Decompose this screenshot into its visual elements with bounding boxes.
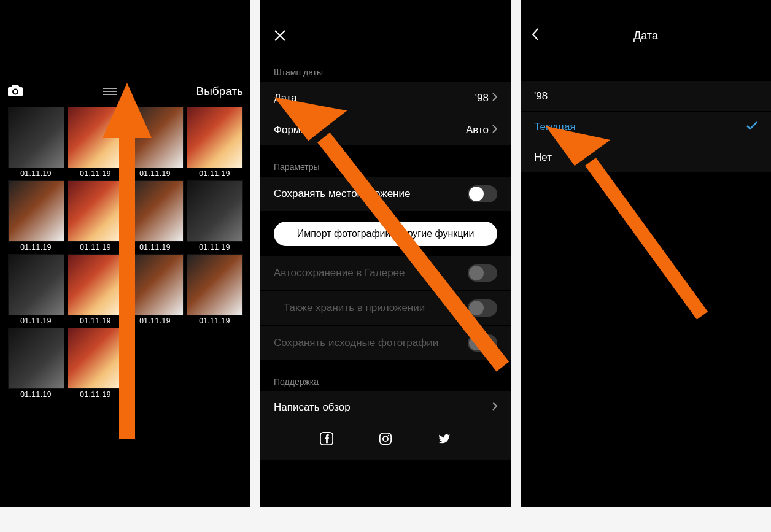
close-icon[interactable]	[274, 29, 286, 44]
photo-date-label: 01.11.19	[80, 390, 111, 399]
row-also-store-label: Также хранить в приложении	[284, 302, 425, 314]
toggle-save-location[interactable]	[468, 185, 497, 202]
section-title-support: Поддержка	[260, 377, 511, 391]
photo-date-label: 01.11.19	[199, 317, 230, 325]
photo-date-label: 01.11.19	[80, 169, 111, 178]
photo-date-label: 01.11.19	[80, 317, 111, 325]
photo-thumb[interactable]: 01.11.19	[186, 254, 243, 325]
facebook-icon[interactable]	[320, 432, 333, 448]
photo-thumb[interactable]: 01.11.19	[7, 328, 64, 399]
photo-thumb[interactable]: 01.11.19	[67, 254, 124, 325]
toggle-autosave[interactable]	[468, 264, 497, 282]
photo-date-label: 01.11.19	[199, 169, 230, 178]
svg-point-3	[388, 435, 389, 436]
row-date-value: '98	[475, 92, 489, 104]
photo-date-label: 01.11.19	[20, 169, 52, 178]
select-button[interactable]: Выбрать	[196, 85, 243, 98]
back-icon[interactable]	[532, 28, 539, 43]
photo-date-label: 01.11.19	[199, 243, 230, 252]
row-save-originals-label: Сохранять исходные фотографии	[274, 337, 438, 349]
photo-thumb[interactable]: 01.11.19	[7, 180, 64, 252]
chevron-right-icon	[492, 401, 497, 414]
photo-date-label: 01.11.19	[139, 317, 171, 325]
option-none-label: Нет	[534, 152, 552, 164]
photo-thumb[interactable]: 01.11.19	[67, 328, 124, 399]
check-icon	[746, 121, 757, 133]
photo-date-label: 01.11.19	[139, 243, 171, 252]
date-title: Дата	[633, 29, 658, 42]
option-98-label: '98	[534, 90, 548, 102]
photo-date-label: 01.11.19	[20, 317, 52, 325]
chevron-right-icon	[492, 124, 497, 136]
row-write-review-label: Написать обзор	[274, 401, 351, 414]
camera-icon[interactable]	[7, 83, 23, 99]
svg-rect-1	[380, 433, 391, 444]
photo-thumb[interactable]: 01.11.19	[186, 107, 243, 178]
photo-thumb[interactable]: 01.11.19	[67, 180, 124, 252]
photo-date-label: 01.11.19	[139, 169, 171, 178]
tutorial-arrow-1	[119, 135, 135, 439]
row-autosave-label: Автосохранение в Галерее	[274, 267, 405, 279]
date-header: Дата	[521, 27, 771, 44]
photo-thumb[interactable]: 01.11.19	[7, 107, 64, 178]
chevron-right-icon	[492, 92, 497, 104]
row-autosave[interactable]: Автосохранение в Галерее	[260, 256, 511, 291]
option-none[interactable]: Нет	[521, 142, 771, 173]
social-links	[260, 423, 511, 460]
screen-settings: Штамп даты Дата '98 Формат Авто	[260, 0, 511, 507]
twitter-icon[interactable]	[438, 432, 451, 448]
instagram-icon[interactable]	[379, 432, 392, 448]
photo-date-label: 01.11.19	[20, 390, 52, 399]
option-98[interactable]: '98	[521, 81, 771, 112]
photo-thumb[interactable]: 01.11.19	[186, 180, 243, 252]
photo-date-label: 01.11.19	[20, 243, 52, 252]
section-title-params: Параметры	[260, 162, 511, 177]
tutorial-arrow-1-head	[103, 83, 152, 138]
photo-thumb[interactable]: 01.11.19	[7, 254, 64, 325]
row-save-location-label: Сохранять местоположение	[274, 188, 410, 200]
screen-date-options: Дата '98 Текущая Нет	[521, 0, 771, 507]
row-write-review[interactable]: Написать обзор	[260, 391, 511, 423]
row-format-value: Авто	[466, 124, 489, 136]
svg-point-2	[383, 436, 388, 441]
photo-date-label: 01.11.19	[80, 243, 111, 252]
